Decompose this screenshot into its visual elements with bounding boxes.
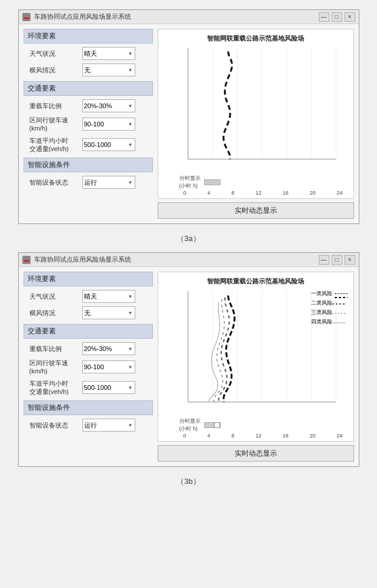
wind-row-3b: 横风情况 无 <box>24 306 153 319</box>
realtime-btn-3b[interactable]: 实时动态显示 <box>158 445 354 462</box>
weather-row-3a: 天气状况 晴天 <box>24 47 153 60</box>
chart-container-3b: 智能网联重载公路示范基地风险场 <box>158 272 354 442</box>
right-panel-3b: 智能网联重载公路示范基地风险场 <box>158 272 354 462</box>
chart-container-3a: 智能网联重载公路示范基地风险场 <box>158 29 354 199</box>
volume-row-3a: 车道平均小时交通量(veh/h) 500-1000 <box>24 136 153 153</box>
truck-ratio-label-3a: 重载车比例 <box>29 102 82 110</box>
legend-line-2 <box>332 300 345 306</box>
legend-item-2: 二类风险 <box>311 299 348 307</box>
weather-select-wrapper-3b: 晴天 <box>82 290 135 303</box>
volume-label-3a: 车道平均小时交通量(veh/h) <box>29 136 82 153</box>
legend-line-3 <box>332 310 345 316</box>
speed-label-3a: 区间行驶车速(km/h) <box>29 116 82 133</box>
chart-title-3b: 智能网联重载公路示范基地风险场 <box>163 277 349 286</box>
truck-ratio-row-3a: 重载车比例 20%-30% <box>24 99 153 112</box>
volume-select-3a[interactable]: 500-1000 <box>82 138 135 151</box>
chart-bottom-3b: 分时显示(小时 h) <box>163 417 349 433</box>
speed-row-3a: 区间行驶车速(km/h) 90-100 <box>24 116 153 133</box>
volume-row-3b: 车道平均小时交通量(veh/h) 500-1000 <box>24 379 153 396</box>
maximize-button[interactable]: □ <box>332 12 342 22</box>
chart-area-3a <box>163 45 349 175</box>
speed-select-wrapper-3a: 90-100 <box>82 118 135 131</box>
wind-row-3a: 横风情况 无 <box>24 64 153 76</box>
weather-label-3b: 天气状况 <box>29 292 82 300</box>
device-state-select-3a[interactable]: 运行 <box>82 176 135 189</box>
maximize-button-3b[interactable]: □ <box>332 255 342 265</box>
traffic-section-header-3a: 交通要素 <box>24 81 153 96</box>
realtime-btn-3a[interactable]: 实时动态显示 <box>158 202 354 219</box>
truck-ratio-row-3b: 重载车比例 20%-30% <box>24 342 153 355</box>
x-axis-3a: 0 4 8 12 16 20 24 <box>163 190 349 196</box>
title-bar-3a: 🚗 车路协同试点应用风险场显示系统 — □ × <box>19 10 359 24</box>
volume-select-wrapper-3a: 500-1000 <box>82 138 135 151</box>
truck-ratio-label-3b: 重载车比例 <box>29 345 82 353</box>
weather-select-3a[interactable]: 晴天 <box>82 47 135 60</box>
env-section-header-3a: 环境要素 <box>24 29 153 44</box>
device-state-select-wrapper-3b: 运行 <box>82 419 135 432</box>
weather-select-wrapper-3a: 晴天 <box>82 47 135 60</box>
legend-item-3: 三类风险 <box>311 309 348 316</box>
chart-legend-3b: 一类风险 二类风险 三类风险 <box>311 290 348 328</box>
device-state-select-wrapper-3a: 运行 <box>82 176 135 189</box>
time-slider-3b[interactable] <box>204 422 221 428</box>
chart-time-label-3a: 分时显示(小时 h) <box>179 175 201 190</box>
caption-3b: （3b） <box>176 476 200 487</box>
legend-line-4 <box>332 319 345 325</box>
truck-ratio-select-wrapper-3a: 20%-30% <box>82 99 135 112</box>
app-icon: 🚗 <box>22 13 31 21</box>
wind-select-wrapper-3b: 无 <box>82 306 135 319</box>
device-state-row-3a: 智能设备状态 运行 <box>24 176 153 189</box>
left-panel-3a: 环境要素 天气状况 晴天 横风情况 无 交通要素 <box>24 29 153 219</box>
title-text: 车路协同试点应用风险场显示系统 <box>34 12 319 21</box>
chart-bottom-3a: 分时显示(小时 h) <box>163 175 349 190</box>
chart-title-3a: 智能网联重载公路示范基地风险场 <box>163 34 349 43</box>
traffic-section-header-3b: 交通要素 <box>24 324 153 339</box>
wind-label-3a: 横风情况 <box>29 66 82 74</box>
window-body-3a: 环境要素 天气状况 晴天 横风情况 无 交通要素 <box>19 24 359 223</box>
truck-ratio-select-wrapper-3b: 20%-30% <box>82 342 135 355</box>
speed-label-3b: 区间行驶车速(km/h) <box>29 359 82 376</box>
speed-select-3a[interactable]: 90-100 <box>82 118 135 131</box>
close-button[interactable]: × <box>345 12 355 22</box>
slider-thumb-3b <box>214 422 220 428</box>
device-state-row-3b: 智能设备状态 运行 <box>24 419 153 432</box>
window-3b: 🚗 车路协同试点应用风险场显示系统 — □ × 环境要素 天气状况 晴天 横风情… <box>18 252 359 467</box>
x-axis-3b: 0 4 8 12 16 20 24 <box>163 433 349 439</box>
chart-svg-3a <box>163 45 349 175</box>
speed-row-3b: 区间行驶车速(km/h) 90-100 <box>24 359 153 376</box>
device-state-label-3b: 智能设备状态 <box>29 421 82 429</box>
legend-line-1 <box>335 293 348 295</box>
device-state-select-3b[interactable]: 运行 <box>82 419 135 432</box>
window-controls: — □ × <box>319 12 355 22</box>
window-3a: 🚗 车路协同试点应用风险场显示系统 — □ × 环境要素 天气状况 晴天 横风情… <box>18 9 359 224</box>
intelligent-section-header-3b: 智能设施条件 <box>24 400 153 415</box>
weather-row-3b: 天气状况 晴天 <box>24 290 153 303</box>
volume-select-3b[interactable]: 500-1000 <box>82 381 135 394</box>
wind-label-3b: 横风情况 <box>29 309 82 317</box>
truck-ratio-select-3b[interactable]: 20%-30% <box>82 342 135 355</box>
speed-select-wrapper-3b: 90-100 <box>82 360 135 373</box>
minimize-button[interactable]: — <box>319 12 329 22</box>
env-section-header-3b: 环境要素 <box>24 272 153 286</box>
window-controls-3b: — □ × <box>319 255 355 265</box>
right-panel-3a: 智能网联重载公路示范基地风险场 <box>158 29 354 219</box>
close-button-3b[interactable]: × <box>345 255 355 265</box>
time-slider-3a[interactable] <box>204 179 221 185</box>
volume-label-3b: 车道平均小时交通量(veh/h) <box>29 379 82 396</box>
wind-select-wrapper-3a: 无 <box>82 64 135 76</box>
weather-label-3a: 天气状况 <box>29 49 82 58</box>
intelligent-section-header-3a: 智能设施条件 <box>24 158 153 172</box>
weather-select-3b[interactable]: 晴天 <box>82 290 135 303</box>
device-state-label-3a: 智能设备状态 <box>29 178 82 186</box>
volume-select-wrapper-3b: 500-1000 <box>82 381 135 394</box>
caption-3a: （3a） <box>176 233 200 244</box>
minimize-button-3b[interactable]: — <box>319 255 329 265</box>
title-bar-3b: 🚗 车路协同试点应用风险场显示系统 — □ × <box>19 253 359 267</box>
wind-select-3b[interactable]: 无 <box>82 306 135 319</box>
chart-time-label-3b: 分时显示(小时 h) <box>179 417 201 433</box>
speed-select-3b[interactable]: 90-100 <box>82 360 135 373</box>
window-body-3b: 环境要素 天气状况 晴天 横风情况 无 交通要素 <box>19 267 359 466</box>
truck-ratio-select-3a[interactable]: 20%-30% <box>82 99 135 112</box>
left-panel-3b: 环境要素 天气状况 晴天 横风情况 无 交通要素 <box>24 272 153 462</box>
wind-select-3a[interactable]: 无 <box>82 64 135 76</box>
